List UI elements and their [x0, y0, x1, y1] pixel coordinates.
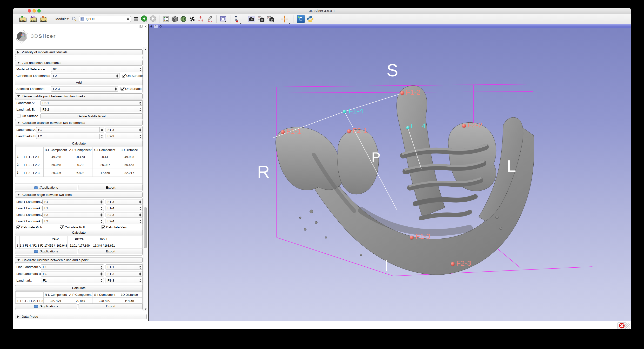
landmark-f2-1[interactable] [347, 129, 351, 133]
connected-landmarks-select[interactable]: F2 [51, 73, 120, 78]
close-panel-icon[interactable] [144, 25, 147, 28]
landmarks-b-point-select[interactable]: F2-3 [106, 134, 143, 139]
python-console-button[interactable] [306, 15, 314, 23]
calculate-roll-checkbox[interactable] [60, 225, 64, 229]
section-angle[interactable]: Calculate angle between two lines: [15, 192, 143, 198]
search-icon[interactable] [71, 16, 77, 22]
zoom-window-button[interactable] [37, 9, 41, 12]
table-row[interactable]: 3 F1-3 - F2-3 -26.306 6.423 -17.455 32.2… [16, 169, 142, 177]
view3d-controller-bar[interactable]: 1 [149, 24, 631, 28]
distance-calculate-button[interactable]: Calculate [15, 141, 143, 146]
define-middle-point-button[interactable]: Define Middle Point [40, 113, 143, 119]
toolbar-handle[interactable] [16, 16, 16, 22]
point-landmark-point-select[interactable]: F1-3 [106, 278, 143, 283]
landmark-f1-2[interactable] [400, 91, 404, 95]
line-landmark-b-point-select[interactable]: F1-2 [106, 271, 143, 277]
section-distance[interactable]: Calculate distance between two landmarks… [15, 120, 143, 125]
minimize-window-button[interactable] [32, 9, 36, 12]
mandible-model[interactable] [276, 85, 534, 275]
line-landmark-a-group-select[interactable]: F1 [41, 265, 104, 270]
sceneview-capture-button[interactable] [257, 15, 265, 23]
landmark-f2-4[interactable] [406, 126, 410, 129]
landmark-f2-3[interactable] [451, 262, 454, 266]
landmarks-a-group-select[interactable]: F1 [36, 127, 104, 132]
section-add-landmarks[interactable]: Add and Move Landmarks: [15, 60, 143, 65]
linepoint-export-button[interactable]: Export [78, 304, 143, 309]
load-data-button[interactable]: DATA [18, 15, 27, 23]
table-row[interactable]: 1 F1-1 - F2-1 -49.268 -8.473 -0.41 49.99… [16, 153, 142, 161]
landmark-f2-2[interactable] [462, 124, 466, 128]
angle-export-button[interactable]: Export [78, 249, 143, 254]
scroll-down-button[interactable] [144, 307, 148, 311]
panel-scrollbar[interactable] [143, 47, 148, 311]
show-module-panel-button[interactable] [163, 16, 170, 22]
landmark-f1-4[interactable] [343, 110, 346, 113]
place-mode-dropdown-icon[interactable] [240, 23, 242, 24]
table-row[interactable]: 2 F1-2 - F2-2 -50.058 0.79 -26.087 56.45… [16, 161, 142, 169]
calculate-pitch-checkbox[interactable] [16, 225, 20, 229]
line2-b-group-select[interactable]: F2 [42, 219, 104, 224]
line2-a-point-select[interactable]: F2-3 [106, 212, 143, 218]
mouse-place-mode-button[interactable] [233, 15, 239, 23]
linepoint-calculate-button[interactable]: Calculate [15, 285, 143, 291]
screenshot-button[interactable] [248, 15, 256, 23]
line1-a-point-select[interactable]: F1-3 [106, 199, 143, 205]
section-midpoint[interactable]: Define middle point between two landmark… [15, 93, 143, 99]
transforms-icon[interactable] [188, 15, 196, 23]
dcm-button[interactable]: DCM [29, 15, 38, 23]
landmarks-a-point-select[interactable]: F1-3 [106, 127, 143, 132]
float-panel-icon[interactable] [140, 25, 143, 28]
landmark-f1-3[interactable] [410, 236, 414, 239]
landmarks-b-group-select[interactable]: F2 [36, 134, 104, 139]
selected-landmark-select[interactable]: F2-3 [51, 86, 118, 91]
module-selector[interactable]: Q3DC [79, 16, 131, 22]
landmark-a-select[interactable]: F2-1 [40, 100, 143, 106]
scroll-up-button[interactable] [144, 47, 148, 51]
angle-save-path-button[interactable]: /Applications [15, 249, 77, 254]
module-history-button[interactable] [132, 16, 139, 22]
line2-a-group-select[interactable]: F2 [42, 212, 104, 218]
line-landmark-b-group-select[interactable]: F1 [41, 271, 104, 277]
add-landmark-button-label: Add [76, 81, 82, 84]
module-forward-button[interactable] [150, 15, 157, 23]
angle-calculate-button[interactable]: Calculate [15, 230, 143, 235]
calculate-yaw-checkbox[interactable] [101, 225, 105, 229]
crosshair-dropdown-icon[interactable] [289, 23, 291, 24]
distance-save-path-button[interactable]: /Applications [15, 185, 77, 190]
scrollbar-thumb[interactable] [144, 207, 147, 248]
models-globe-icon[interactable] [180, 16, 187, 22]
volume-rendering-cube-icon[interactable] [171, 15, 178, 23]
line1-b-point-select[interactable]: F1-4 [106, 206, 143, 211]
line-landmark-a-point-select[interactable]: F1-1 [106, 265, 143, 270]
view3d-tab[interactable]: 1 [154, 24, 158, 28]
on-surface-checkbox[interactable] [122, 74, 125, 77]
module-back-button[interactable] [140, 15, 148, 23]
pin-icon[interactable] [150, 25, 152, 28]
midpoint-on-surface-checkbox[interactable] [17, 114, 20, 118]
extensions-manager-button[interactable]: E [297, 15, 305, 23]
table-row[interactable]: 1 1-3-F1-4 / F2-3-F2- -17.052 / -162.948… [16, 242, 116, 249]
fiducials-icon[interactable] [198, 15, 204, 23]
crosshair-button[interactable] [281, 15, 288, 23]
save-button[interactable]: SAVE [39, 15, 48, 23]
close-window-button[interactable] [28, 9, 31, 12]
model-of-reference-select[interactable]: 02 [51, 67, 143, 72]
section-linepoint[interactable]: Calculate Distance between a line and a … [15, 257, 143, 263]
resize-grip[interactable] [625, 324, 630, 329]
section-data-probe[interactable]: Data Probe [15, 314, 146, 319]
annotations-pencil-icon[interactable] [206, 15, 214, 23]
line1-a-group-select[interactable]: F1 [42, 199, 104, 205]
linepoint-save-path-button[interactable]: /Applications [15, 304, 77, 309]
add-landmark-button[interactable]: Add [15, 80, 143, 85]
distance-export-button[interactable]: Export [78, 185, 143, 190]
view-options-icon[interactable] [159, 25, 162, 28]
section-visibility[interactable]: Visibility of models and fiducials [15, 49, 143, 55]
sceneview-restore-button[interactable] [266, 15, 275, 23]
landmark-b-select[interactable]: F2-2 [40, 107, 143, 112]
line1-b-group-select[interactable]: F1 [42, 206, 104, 211]
line2-b-point-select[interactable]: F2-4 [106, 219, 143, 224]
landmark-f1-1[interactable] [281, 130, 285, 134]
layout-selector-button[interactable] [220, 15, 227, 23]
point-landmark-group-select[interactable]: F1 [41, 278, 104, 283]
on-surface-checkbox-2[interactable] [120, 87, 124, 91]
